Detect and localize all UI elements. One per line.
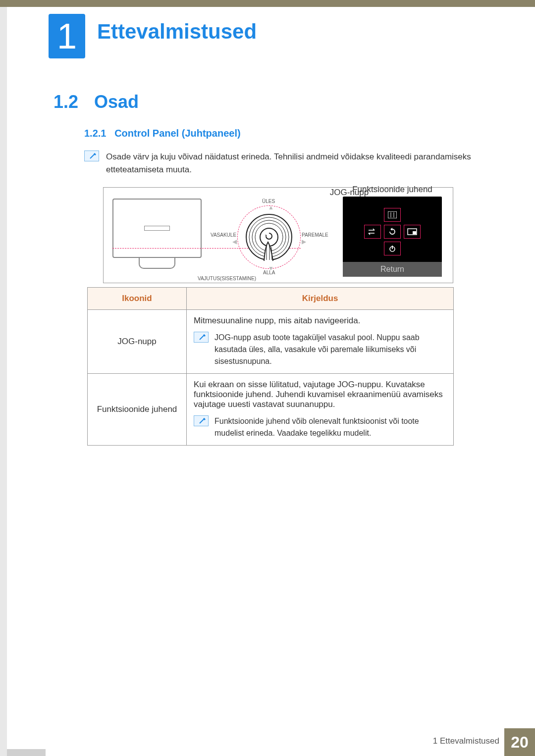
row1-main-text: Mitmesuunaline nupp, mis aitab navigeeri…: [194, 316, 446, 326]
fk-menu-icon: [384, 208, 401, 222]
function-key-guide-label: Funktsioonide juhend: [343, 185, 442, 195]
intro-note: Osade värv ja kuju võivad näidatust erin…: [84, 151, 490, 176]
arrow-right-icon: ▶: [302, 238, 306, 245]
dir-right: PAREMALE: [302, 232, 328, 238]
note-icon: [84, 151, 99, 161]
table-row: JOG-nupp Mitmesuunaline nupp, mis aitab …: [88, 310, 454, 374]
function-key-guide-panel: Return: [343, 197, 442, 277]
row2-note-text: Funktsioonide juhend võib olenevalt funk…: [214, 415, 446, 439]
footer-chapter-label: 1 Ettevalmistused: [433, 736, 499, 746]
arrow-left-icon: ◀: [232, 238, 237, 245]
page-number: 20: [504, 728, 535, 756]
row1-label: JOG-nupp: [88, 310, 187, 374]
note-icon: [194, 415, 209, 426]
fk-source-icon: [364, 225, 381, 239]
subsection-number: 1.2.1: [84, 128, 106, 139]
subsection-title: Control Panel (Juhtpaneel): [114, 128, 240, 139]
dir-left: VASAKULE: [211, 232, 236, 238]
note-icon: [194, 332, 209, 343]
fk-power-icon: [384, 242, 401, 255]
monitor-ports: [144, 226, 170, 231]
section-title: Osad: [94, 92, 139, 112]
jog-button-illustration: [244, 212, 294, 262]
fk-return-label: Return: [343, 262, 442, 277]
table-row: Funktsioonide juhend Kui ekraan on sisse…: [88, 374, 454, 446]
description-table: Ikoonid Kirjeldus JOG-nupp Mitmesuunalin…: [87, 287, 454, 446]
dir-up: ÜLES: [262, 199, 275, 204]
top-accent-bar: [0, 0, 535, 7]
row2-desc: Kui ekraan on sisse lülitatud, vajutage …: [187, 374, 454, 446]
svg-rect-9: [413, 231, 416, 234]
chapter-number-badge: 1: [49, 14, 85, 58]
fk-back-icon: [384, 225, 401, 239]
row2-main-text: Kui ekraan on sisse lülitatud, vajutage …: [194, 380, 446, 409]
arrow-down-icon: ▼: [268, 265, 274, 272]
control-panel-diagram: JOG-nupp ÜLES ALLA VASAKULE PAREMALE VAJ…: [103, 187, 453, 283]
fk-pip-icon: [404, 225, 421, 239]
row1-desc: Mitmesuunaline nupp, mis aitab navigeeri…: [187, 310, 454, 374]
subsection-heading: 1.2.1 Control Panel (Juhtpaneel): [84, 128, 241, 139]
section-number: 1.2: [54, 92, 78, 112]
th-icons: Ikoonid: [88, 288, 187, 310]
th-description: Kirjeldus: [187, 288, 454, 310]
svg-rect-5: [388, 211, 397, 218]
arrow-up-icon: ▲: [268, 204, 274, 211]
press-label: VAJUTUS(SISESTAMINE): [198, 276, 256, 281]
row1-note-text: JOG-nupp asub toote tagaküljel vasakul p…: [214, 332, 446, 367]
chapter-title: Ettevalmistused: [97, 20, 257, 44]
fk-button-grid: [343, 197, 442, 262]
monitor-illustration: [112, 199, 202, 258]
left-accent-bar: [0, 0, 7, 756]
row2-label: Funktsioonide juhend: [88, 374, 187, 446]
intro-note-text: Osade värv ja kuju võivad näidatust erin…: [106, 151, 490, 176]
footer-accent-bar: [7, 749, 535, 756]
